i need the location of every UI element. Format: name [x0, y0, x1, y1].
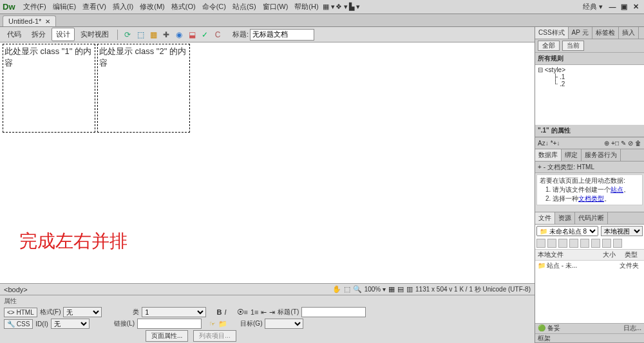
files-refresh-icon[interactable] — [547, 239, 556, 248]
tab-insert[interactable]: 插入 — [619, 27, 639, 39]
files-checkin-icon[interactable] — [591, 239, 600, 248]
tab-snippets[interactable]: 代码片断 — [575, 212, 608, 224]
db-remove-icon[interactable]: - — [544, 163, 545, 171]
tool-icon-5[interactable]: ◉ — [173, 29, 185, 41]
status-log[interactable]: 日志... — [623, 324, 641, 333]
div-class-1[interactable]: 此处显示 class "1" 的内容 — [3, 44, 95, 133]
tag-path[interactable]: <body> — [4, 286, 332, 293]
css-cat-icon[interactable]: *+↓ — [551, 140, 560, 147]
menu-help[interactable]: 帮助(H) — [292, 1, 321, 13]
zoom-tool-icon[interactable]: 🔍 — [353, 285, 362, 293]
view-live-button[interactable]: 实时视图 — [76, 28, 113, 41]
tab-bindings[interactable]: 绑定 — [562, 149, 582, 161]
menu-format[interactable]: 格式(O) — [169, 1, 198, 13]
view-design-button[interactable]: 设计 — [52, 28, 75, 41]
list-ol-icon[interactable]: 1≡ — [251, 308, 259, 316]
menu-insert[interactable]: 插入(I) — [110, 1, 136, 13]
tab-tag-inspector[interactable]: 标签检 — [592, 27, 619, 39]
doc-type-link[interactable]: 文档类型 — [578, 195, 604, 202]
maximize-button[interactable]: ▣ — [618, 3, 630, 11]
document-tab[interactable]: Untitled-1* ✕ — [3, 15, 56, 26]
workspace-selector[interactable]: 经典 ▾ — [583, 2, 603, 12]
tool-icon-8[interactable]: C — [212, 29, 223, 41]
zoom-select[interactable]: 100% ▾ — [365, 286, 386, 293]
site-icon[interactable]: ▙ ▾ — [348, 3, 361, 11]
format-select[interactable]: 无 — [63, 307, 102, 317]
col-type[interactable]: 类型 — [622, 250, 644, 260]
view-select[interactable]: 本地视图 — [601, 226, 643, 236]
title-input2[interactable] — [301, 307, 366, 317]
css-edit-icon[interactable]: ✎ — [621, 140, 626, 147]
css-current-button[interactable]: 当前 — [562, 41, 584, 51]
tab-css-styles[interactable]: CSS样式 — [535, 27, 569, 39]
tool-icon-6[interactable]: ⬓ — [186, 29, 198, 41]
menu-site[interactable]: 站点(S) — [230, 1, 259, 13]
menu-commands[interactable]: 命令(C) — [200, 1, 229, 13]
frames-panel-header[interactable]: 框架 — [535, 333, 644, 342]
design-canvas[interactable]: 此处显示 class "1" 的内容 此处显示 class "2" 的内容 完成… — [0, 42, 535, 283]
tab-files[interactable]: 文件 — [535, 212, 555, 224]
link-input[interactable] — [137, 319, 202, 329]
menu-window[interactable]: 窗口(W) — [260, 1, 291, 13]
create-site-link[interactable]: 站点 — [611, 186, 623, 193]
file-row-site[interactable]: 📁站点 - 未... 文件夹 — [535, 261, 644, 271]
props-html-tab[interactable]: <> HTML — [4, 308, 37, 317]
select-tool-icon[interactable]: ⬚ — [344, 285, 350, 293]
db-add-icon[interactable]: + — [538, 163, 542, 171]
css-disable-icon[interactable]: ⊘ — [628, 140, 633, 147]
tool-icon-7[interactable]: ✓ — [199, 29, 211, 41]
col-size[interactable]: 大小 — [600, 250, 622, 260]
extend-icon[interactable]: ❖ ▾ — [336, 3, 348, 11]
view-icon-1[interactable]: ▦ — [388, 285, 395, 293]
hand-tool-icon[interactable]: ✋ — [332, 285, 341, 293]
css-new-icon[interactable]: +□ — [611, 140, 619, 147]
tool-icon-3[interactable]: ▦ — [147, 29, 159, 41]
minimize-button[interactable]: — — [607, 3, 618, 11]
italic-button[interactable]: I — [224, 308, 226, 316]
menu-file[interactable]: 文件(F) — [21, 1, 49, 13]
files-get-icon[interactable] — [558, 239, 567, 248]
files-sync-icon[interactable] — [602, 239, 611, 248]
outdent-icon[interactable]: ⇤ — [261, 308, 267, 317]
files-checkout-icon[interactable] — [580, 239, 589, 248]
view-icon-3[interactable]: ▥ — [406, 285, 413, 293]
div-class-2[interactable]: 此处显示 class "2" 的内容 — [97, 44, 190, 133]
id-select[interactable]: 无 — [51, 319, 90, 329]
css-rules-tree[interactable]: ⊟ <style> ├ .1 └ .2 — [538, 66, 641, 88]
link-point-icon[interactable]: ☞ — [209, 320, 216, 328]
css-attach-icon[interactable]: ⊕ — [604, 140, 609, 147]
document-title-input[interactable] — [250, 29, 314, 41]
tab-database[interactable]: 数据库 — [535, 149, 562, 161]
menu-edit[interactable]: 编辑(E) — [50, 1, 79, 13]
list-ul-icon[interactable]: ⦿≡ — [237, 308, 248, 316]
view-icon-2[interactable]: ▤ — [397, 285, 404, 293]
css-delete-icon[interactable]: 🗑 — [635, 140, 641, 147]
col-localfile[interactable]: 本地文件 — [535, 250, 600, 260]
class-select[interactable]: 1 — [142, 307, 206, 317]
props-css-tab[interactable]: 🔧 CSS — [4, 319, 33, 329]
layout-icon[interactable]: ▦ ▾ — [323, 3, 336, 11]
view-code-button[interactable]: 代码 — [3, 28, 26, 41]
tab-server-behaviors[interactable]: 服务器行为 — [582, 149, 621, 161]
files-put-icon[interactable] — [569, 239, 578, 248]
menu-modify[interactable]: 修改(M) — [137, 1, 167, 13]
tool-icon-2[interactable]: ⬚ — [135, 29, 146, 41]
tool-icon-4[interactable]: ✚ — [160, 29, 172, 41]
view-split-button[interactable]: 拆分 — [27, 28, 50, 41]
page-properties-button[interactable]: 页面属性... — [146, 330, 188, 342]
tool-icon-1[interactable]: ⟳ — [122, 29, 133, 41]
css-sort-icon[interactable]: Az↓ — [538, 140, 549, 147]
css-all-button[interactable]: 全部 — [538, 41, 560, 51]
menu-view[interactable]: 查看(V) — [80, 1, 109, 13]
target-select[interactable] — [265, 319, 303, 329]
close-button[interactable]: ✕ — [630, 3, 641, 11]
files-expand-icon[interactable] — [613, 239, 622, 248]
files-connect-icon[interactable] — [536, 239, 545, 248]
close-tab-icon[interactable]: ✕ — [45, 18, 50, 25]
indent-icon[interactable]: ⇥ — [269, 308, 275, 317]
tab-assets[interactable]: 资源 — [555, 212, 575, 224]
tab-ap-elements[interactable]: AP 元 — [569, 27, 592, 39]
link-browse-icon[interactable]: 📁 — [218, 320, 227, 328]
site-select[interactable]: 📁 未命名站点 8 — [536, 226, 598, 236]
bold-button[interactable]: B — [216, 308, 222, 316]
